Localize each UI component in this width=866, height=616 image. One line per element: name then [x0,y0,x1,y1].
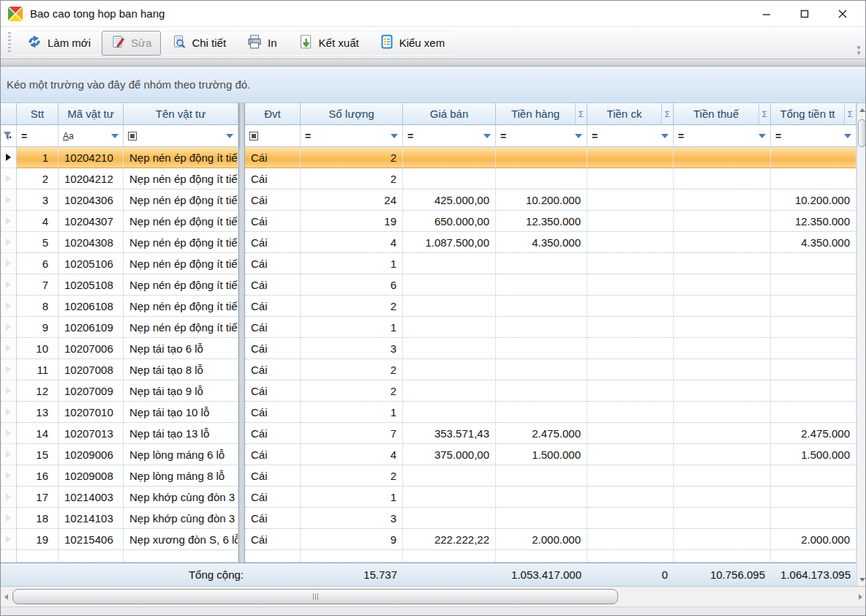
cell-tien_hang[interactable] [496,317,587,338]
sum-badge-icon[interactable]: Σ [758,103,770,124]
table-row[interactable]: 910206109Nẹp nén ép động ít tiếp xúCái1 [1,317,856,338]
cell-gia_ban[interactable] [403,296,496,317]
filter-cell-ten_vat_tu[interactable] [124,125,238,147]
box-filter-icon[interactable] [249,132,258,140]
cell-gia_ban[interactable] [403,508,496,529]
table-row[interactable]: 110204210Nẹp nén ép động ít tiếp xúCái2 [1,147,856,168]
sum-badge-icon[interactable]: Σ [661,103,673,124]
row-indicator[interactable] [1,359,17,380]
cell-dvt[interactable]: Cái [245,296,301,317]
cell-gia_ban[interactable] [403,317,496,338]
filter-cell-so_luong[interactable]: = [301,125,403,147]
cell-stt[interactable]: 11 [17,359,59,380]
cell-tien_hang[interactable]: 2.000.000 [496,529,587,550]
cell-stt[interactable]: 14 [17,423,59,444]
print-button[interactable]: In [237,31,287,56]
cell-ma_vat_tu[interactable]: 10205106 [59,253,124,274]
cell-tien_ck[interactable] [587,211,674,232]
cell-tien_thue[interactable] [674,338,771,359]
cell-gia_ban[interactable]: 425.000,00 [403,189,496,211]
cell-ten_vat_tu[interactable]: Nẹp lòng máng 8 lỗ [124,465,238,487]
cell-ma_vat_tu[interactable]: 10206108 [59,296,124,317]
cell-ten_vat_tu[interactable]: Nẹp tái tạo 8 lỗ [124,359,238,380]
cell-tien_thue[interactable] [674,147,771,168]
cell-tien_ck[interactable] [587,168,674,189]
horizontal-scrollbar[interactable] [1,586,865,606]
table-row[interactable]: 1610209008Nẹp lòng máng 8 lỗCái2 [1,465,856,487]
cell-dvt[interactable]: Cái [245,168,301,189]
cell-ten_vat_tu[interactable]: Nẹp nén ép động ít tiếp xú [124,274,238,296]
equals-icon[interactable]: = [305,130,310,142]
filter-dropdown-icon[interactable] [111,134,118,138]
row-indicator[interactable] [1,380,17,402]
cell-tien_ck[interactable] [587,423,674,444]
cell-tong_tien_tt[interactable] [771,274,856,296]
filter-row-indicator[interactable] [1,125,17,147]
row-indicator[interactable] [1,465,17,487]
cell-ma_vat_tu[interactable]: 10215406 [59,529,124,550]
cell-tong_tien_tt[interactable] [771,359,856,380]
scroll-up-icon[interactable] [857,103,866,116]
cell-ten_vat_tu[interactable]: Nẹp khớp cùng đòn 3 lỗ pl [124,508,238,529]
cell-ten_vat_tu[interactable]: Nẹp tái tạo 6 lỗ [124,338,238,359]
cell-dvt[interactable]: Cái [245,465,301,487]
cell-ten_vat_tu[interactable]: Nẹp tái tạo 9 lỗ [124,380,238,402]
cell-ma_vat_tu[interactable]: 10204308 [59,232,124,253]
filter-cell-stt[interactable]: = [17,125,59,147]
cell-tong_tien_tt[interactable] [771,487,856,508]
cell-ma_vat_tu[interactable]: 10204210 [59,147,124,168]
table-row[interactable]: 1410207013Nẹp tái tạo 13 lỗCái7353.571,4… [1,423,856,444]
cell-tong_tien_tt[interactable] [771,147,856,168]
cell-gia_ban[interactable] [403,338,496,359]
cell-tien_thue[interactable] [674,253,771,274]
table-row[interactable]: 410204307Nẹp nén ép động ít tiếp xúCái19… [1,211,856,232]
column-header-dvt[interactable]: Đvt [245,103,301,125]
cell-tien_hang[interactable] [496,296,587,317]
cell-tien_hang[interactable]: 12.350.000 [496,211,587,232]
cell-tien_hang[interactable] [496,147,587,168]
cell-tien_thue[interactable] [674,508,771,529]
cell-stt[interactable]: 9 [17,317,59,338]
filter-cell-dvt[interactable] [245,125,301,147]
cell-tien_hang[interactable]: 4.350.000 [496,232,587,253]
cell-gia_ban[interactable] [403,147,496,168]
cell-stt[interactable]: 3 [17,189,59,211]
cell-ten_vat_tu[interactable]: Nẹp lòng máng 6 lỗ [124,444,238,465]
cell-dvt[interactable]: Cái [245,317,301,338]
table-row[interactable]: 510204308Nẹp nén ép động ít tiếp xúCái41… [1,232,856,253]
equals-icon[interactable]: = [500,130,505,142]
row-indicator[interactable] [1,274,17,296]
cell-tong_tien_tt[interactable] [771,253,856,274]
cell-stt[interactable]: 5 [17,232,59,253]
table-row[interactable]: 1910215406Nẹp xương đòn S, 6 lỗ tráiCái9… [1,529,856,550]
scroll-right-icon[interactable] [855,587,865,607]
cell-ten_vat_tu[interactable]: Nẹp nén ép động ít tiếp xú [124,211,238,232]
cell-tong_tien_tt[interactable]: 10.200.000 [771,189,856,211]
vertical-scroll-thumb[interactable] [858,119,866,147]
row-indicator[interactable] [1,487,17,508]
cell-gia_ban[interactable]: 222.222,22 [403,529,496,550]
cell-tien_ck[interactable] [587,402,674,423]
cell-tong_tien_tt[interactable] [771,508,856,529]
filter-dropdown-icon[interactable] [391,134,398,138]
filter-cell-tien_ck[interactable]: = [587,125,674,147]
row-indicator[interactable] [1,529,17,550]
table-row[interactable]: 210204212Nẹp nén ép động ít tiếp xúCái2 [1,168,856,189]
cell-so_luong[interactable]: 24 [301,189,403,211]
close-button[interactable] [836,7,849,20]
refresh-button[interactable]: Làm mới [17,31,100,56]
sum-badge-icon[interactable]: Σ [575,103,587,124]
cell-tien_ck[interactable] [587,380,674,402]
cell-stt[interactable]: 8 [17,296,59,317]
cell-gia_ban[interactable]: 353.571,43 [403,423,496,444]
row-indicator[interactable] [1,232,17,253]
cell-so_luong[interactable]: 19 [301,211,403,232]
cell-tien_hang[interactable]: 1.500.000 [496,444,587,465]
filter-dropdown-icon[interactable] [758,134,766,138]
cell-tien_thue[interactable] [674,359,771,380]
table-row[interactable]: 610205106Nẹp nén ép động ít tiếp xúCái1 [1,253,856,274]
toolbar-drag-grip[interactable] [8,32,11,54]
cell-dvt[interactable]: Cái [245,274,301,296]
cell-tien_hang[interactable] [496,338,587,359]
cell-so_luong[interactable]: 2 [301,168,403,189]
